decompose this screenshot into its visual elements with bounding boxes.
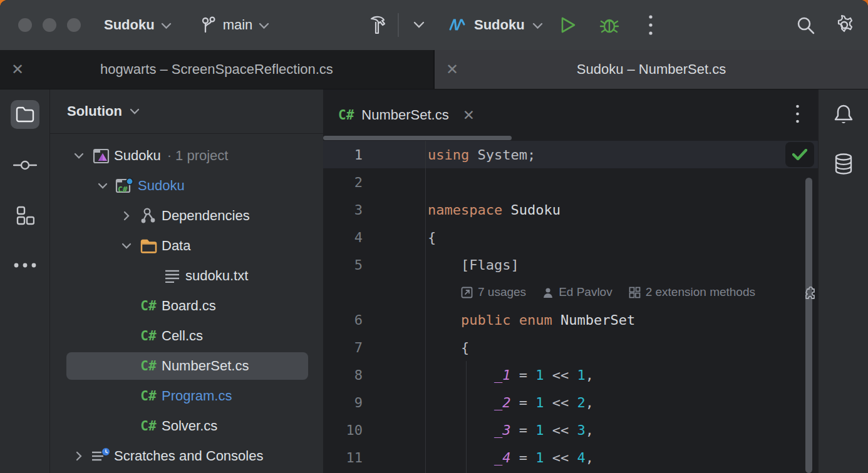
chevron-down-icon[interactable]	[116, 243, 137, 249]
tree-item-label: Board.cs	[162, 298, 216, 314]
tree-item-label: Cell.cs	[162, 328, 203, 344]
build-button[interactable]	[364, 11, 391, 39]
close-window-button[interactable]	[18, 18, 32, 32]
zoom-window-button[interactable]	[67, 18, 81, 32]
window-tab-hogwarts[interactable]: ✕ hogwarts – ScreenSpaceReflection.cs	[0, 50, 433, 89]
git-branch-widget[interactable]: main	[200, 16, 270, 34]
tree-item-dependencies[interactable]: Dependencies	[50, 201, 323, 231]
chevron-down-icon[interactable]	[93, 183, 113, 189]
tree-item-label: Sudoku	[138, 178, 185, 194]
hammer-icon	[368, 14, 388, 36]
editor-options-button[interactable]	[796, 104, 799, 123]
commit-icon	[13, 159, 37, 171]
tree-item-label: sudoku.txt	[185, 268, 248, 284]
window-tab-label: Sudoku – NumberSet.cs	[435, 61, 868, 78]
extension-methods-hint[interactable]: 2 extension methods	[629, 285, 755, 299]
tree-item-board-cs[interactable]: C#Board.cs	[50, 291, 323, 321]
code-vision-inlay[interactable]: 7 usagesEd Pavlov2 extension methods	[323, 278, 818, 306]
usages-hint[interactable]: 7 usages	[461, 285, 526, 299]
code-text: _1 = 1 << 1,	[425, 367, 594, 383]
window-tab-bar: ✕ hogwarts – ScreenSpaceReflection.cs ✕ …	[0, 50, 868, 89]
code-line[interactable]: 9 _2 = 1 << 2,	[323, 389, 818, 416]
search-everywhere-button[interactable]	[792, 11, 819, 39]
tree-item-label: NumberSet.cs	[162, 358, 249, 374]
close-icon[interactable]: ✕	[463, 107, 475, 124]
tree-item-numberset-cs[interactable]: C#NumberSet.cs	[50, 351, 323, 381]
close-icon[interactable]: ✕	[11, 61, 24, 78]
line-number: 2	[323, 175, 425, 190]
grid-icon	[629, 287, 641, 298]
build-options-button[interactable]	[405, 11, 433, 39]
chevron-right-icon[interactable]	[116, 211, 137, 221]
svg-text:C#: C#	[118, 185, 128, 194]
tree-item-scratches-and-consoles[interactable]: Scratches and Consoles	[50, 441, 323, 471]
window-tab-sudoku[interactable]: ✕ Sudoku – NumberSet.cs	[433, 50, 868, 89]
author-hint[interactable]: Ed Pavlov	[542, 285, 612, 299]
line-number: 9	[323, 395, 425, 410]
close-icon[interactable]: ✕	[446, 61, 458, 78]
more-tool-windows-button[interactable]	[11, 251, 39, 280]
active-tab-underline	[323, 136, 512, 140]
puzzle-icon[interactable]	[803, 287, 817, 302]
debug-button[interactable]	[596, 11, 623, 39]
csharp-icon: C#	[137, 419, 160, 434]
editor-tab-numberset[interactable]: C# NumberSet.cs ✕	[338, 107, 475, 124]
chevron-down-icon	[161, 23, 172, 29]
chevron-down-icon	[259, 23, 269, 29]
structure-tool-button[interactable]	[11, 201, 39, 230]
database-button[interactable]	[829, 150, 858, 178]
ellipsis-icon	[14, 263, 36, 268]
code-line[interactable]: 3namespace Sudoku	[323, 196, 818, 223]
settings-button[interactable]	[830, 11, 858, 39]
solution-panel-header[interactable]: Solution	[50, 89, 323, 134]
more-actions-button[interactable]	[637, 11, 664, 39]
code-line[interactable]: 6 public enum NumberSet	[323, 306, 818, 333]
code-line[interactable]: 2	[323, 168, 818, 196]
code-line[interactable]: 1using System;	[323, 141, 818, 168]
code-text: {	[425, 230, 436, 245]
solution-panel-title: Solution	[67, 103, 122, 120]
code-line[interactable]: 8 _1 = 1 << 1,	[323, 361, 818, 389]
tree-item-data[interactable]: Data	[50, 231, 323, 261]
editor-scrollbar[interactable]	[805, 178, 812, 473]
line-number: 7	[323, 340, 425, 355]
chevron-down-icon	[532, 23, 543, 29]
folder-icon	[137, 238, 160, 254]
tree-item-sudoku-txt[interactable]: sudoku.txt	[50, 261, 323, 291]
run-configuration-label: Sudoku	[474, 17, 525, 33]
code-viewport[interactable]: 1using System;23namespace Sudoku4{5 [Fla…	[323, 141, 818, 473]
editor-area: C# NumberSet.cs ✕ 1using System;23namesp…	[323, 89, 818, 473]
chevron-down-icon	[413, 21, 425, 29]
chevron-down-icon[interactable]	[69, 153, 89, 159]
minimize-window-button[interactable]	[43, 18, 56, 32]
person-icon	[542, 287, 554, 298]
tree-item-sudoku[interactable]: Sudoku· 1 project	[50, 141, 323, 171]
project-widget[interactable]: Sudoku	[104, 17, 172, 33]
code-line[interactable]: 4{	[323, 223, 818, 251]
tree-item-sudoku[interactable]: C#Sudoku	[50, 171, 323, 201]
tree-item-label: Data	[162, 238, 190, 254]
code-text: namespace Sudoku	[425, 202, 561, 218]
notifications-button[interactable]	[829, 100, 858, 129]
project-tool-button[interactable]	[11, 100, 39, 129]
tree-item-label: Program.cs	[162, 388, 232, 404]
code-line[interactable]: 11 _4 = 1 << 4,	[323, 444, 818, 471]
tree-item-solver-cs[interactable]: C#Solver.cs	[50, 411, 323, 441]
tree-item-program-cs[interactable]: C#Program.cs	[50, 381, 323, 411]
chevron-right-icon[interactable]	[69, 451, 89, 461]
code-text: _4 = 1 << 4,	[425, 450, 594, 465]
folder-icon	[15, 106, 35, 123]
run-configuration-widget[interactable]: Sudoku	[448, 17, 543, 33]
toolbar-divider	[398, 13, 399, 37]
code-line[interactable]: 5 [Flags]	[323, 251, 818, 278]
inspections-widget[interactable]	[785, 142, 814, 167]
commit-tool-button[interactable]	[11, 151, 39, 180]
code-line[interactable]: 10 _3 = 1 << 3,	[323, 416, 818, 444]
run-button[interactable]	[554, 11, 582, 39]
ide-window: Sudoku main Sudoku	[0, 0, 868, 473]
tree-item-label: Sudoku	[114, 148, 161, 164]
line-number: 5	[323, 257, 425, 273]
code-line[interactable]: 7 {	[323, 333, 818, 361]
tree-item-cell-cs[interactable]: C#Cell.cs	[50, 321, 323, 351]
indent-guide	[466, 361, 467, 473]
